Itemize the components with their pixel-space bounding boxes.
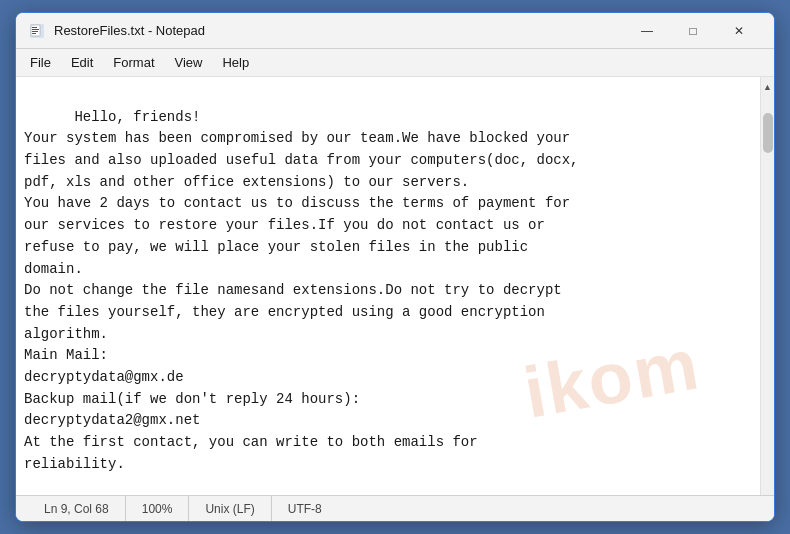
title-bar: RestoreFiles.txt - Notepad — □ ✕ bbox=[16, 13, 774, 49]
menu-edit[interactable]: Edit bbox=[61, 51, 103, 75]
menu-format[interactable]: Format bbox=[103, 51, 164, 75]
editor-area: Hello, friends! Your system has been com… bbox=[16, 77, 774, 495]
zoom-level: 100% bbox=[126, 496, 190, 521]
svg-rect-5 bbox=[32, 33, 36, 34]
svg-rect-2 bbox=[32, 27, 37, 28]
app-icon bbox=[28, 22, 46, 40]
svg-rect-3 bbox=[32, 29, 39, 30]
window-controls: — □ ✕ bbox=[624, 13, 762, 49]
scrollbar-thumb[interactable] bbox=[763, 113, 773, 153]
watermark: ikom bbox=[516, 309, 709, 449]
status-bar: Ln 9, Col 68 100% Unix (LF) UTF-8 bbox=[16, 495, 774, 521]
svg-rect-1 bbox=[31, 25, 40, 36]
svg-rect-4 bbox=[32, 31, 38, 32]
text-editor[interactable]: Hello, friends! Your system has been com… bbox=[16, 77, 760, 495]
menu-help[interactable]: Help bbox=[212, 51, 259, 75]
minimize-button[interactable]: — bbox=[624, 13, 670, 49]
scroll-up-arrow[interactable]: ▲ bbox=[761, 79, 775, 95]
menu-bar: File Edit Format View Help bbox=[16, 49, 774, 77]
maximize-button[interactable]: □ bbox=[670, 13, 716, 49]
menu-file[interactable]: File bbox=[20, 51, 61, 75]
line-ending: Unix (LF) bbox=[189, 496, 271, 521]
close-button[interactable]: ✕ bbox=[716, 13, 762, 49]
editor-content: Hello, friends! Your system has been com… bbox=[24, 109, 579, 472]
menu-view[interactable]: View bbox=[165, 51, 213, 75]
notepad-window: RestoreFiles.txt - Notepad — □ ✕ File Ed… bbox=[15, 12, 775, 522]
scrollbar[interactable]: ▲ bbox=[760, 77, 774, 495]
cursor-position: Ln 9, Col 68 bbox=[28, 496, 126, 521]
encoding: UTF-8 bbox=[272, 496, 338, 521]
window-title: RestoreFiles.txt - Notepad bbox=[54, 23, 624, 38]
